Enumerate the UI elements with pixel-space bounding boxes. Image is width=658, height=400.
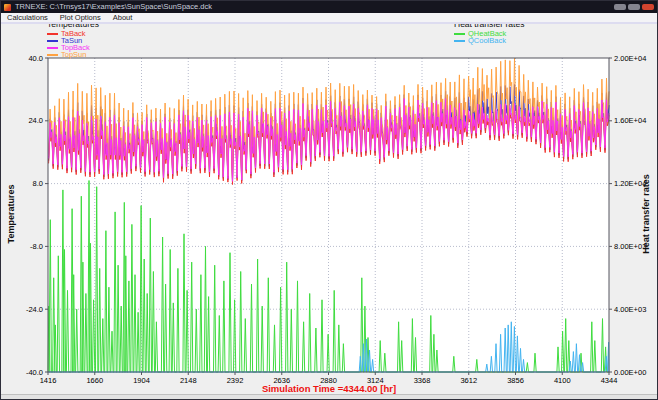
legend-swatch-topsun (47, 54, 58, 56)
trnexe-window: TRNEXE: C:\Trnsys17\Examples\SunSpace\Su… (0, 0, 658, 400)
legend-item-qcoolback: QCoolBack (454, 37, 524, 44)
menu-item-plot-options[interactable]: Plot Options (54, 13, 107, 22)
y-left-tick-label: -40.0 (26, 368, 43, 377)
close-button[interactable] (642, 4, 654, 10)
legend-swatch-qheatback (454, 33, 465, 35)
menu-item-about[interactable]: About (107, 13, 139, 22)
app-icon (4, 4, 11, 11)
legend-swatch-taback (47, 33, 58, 35)
y-left-tick-label: -24.0 (26, 305, 43, 314)
y-left-tick-label: -8.0 (30, 242, 43, 251)
y-right-tick-label: 2.00E+04 (614, 54, 646, 63)
maximize-button[interactable] (628, 4, 640, 10)
y-axis-title-right: Heat transfer rates (641, 154, 651, 274)
y-axis-title-left: Temperatures (6, 154, 16, 274)
menu-item-calculations[interactable]: Calculations (1, 13, 54, 22)
window-title: TRNEXE: C:\Trnsys17\Examples\SunSpace\Su… (15, 1, 212, 13)
y-right-tick-label: 4.00E+03 (614, 305, 646, 314)
y-left-tick-label: 24.0 (28, 116, 43, 125)
legend-label-qcoolback: QCoolBack (468, 37, 506, 45)
legend-swatch-tasun (47, 40, 58, 42)
minimize-button[interactable] (614, 4, 626, 10)
legend-swatch-qcoolback (454, 40, 465, 42)
y-right-tick-label: 0.00E+00 (614, 368, 646, 377)
title-bar[interactable]: TRNEXE: C:\Trnsys17\Examples\SunSpace\Su… (1, 1, 657, 13)
y-right-tick-label: 1.60E+04 (614, 116, 646, 125)
simulation-time-status: Simulation Time =4344.00 [hr] (1, 383, 657, 394)
legend-swatch-topback (47, 47, 58, 49)
window-bottom-strip (1, 394, 657, 400)
y-left-tick-label: 40.0 (28, 54, 43, 63)
menu-bar: CalculationsPlot OptionsAbout (1, 13, 657, 24)
plot-canvas: 1416166019042148239226362880312433683612… (1, 1, 658, 400)
y-left-tick-label: 8.0 (33, 179, 43, 188)
legend-temperatures: Temperatures TaBackTaSunTopBackTopSun (47, 20, 99, 59)
legend-item-topsun: TopSun (47, 52, 99, 59)
window-controls (614, 4, 654, 10)
legend-label-topsun: TopSun (61, 51, 86, 59)
